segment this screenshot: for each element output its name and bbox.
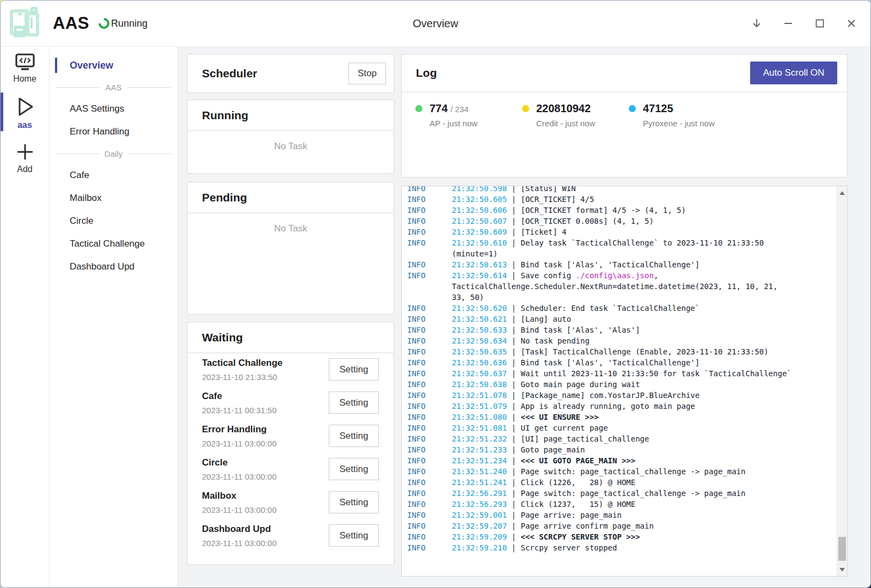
log-entry: INFO21:32:59.209 | <<< SCRCPY SERVER STO… <box>407 531 836 542</box>
active-indicator-bar <box>55 58 57 73</box>
running-card: Running No Task <box>187 100 394 174</box>
sidebar-divider-daily: Daily <box>50 143 177 164</box>
waiting-task: Error Handling2023-11-11 03:00:00Setting <box>188 420 394 453</box>
auto-scroll-button[interactable]: Auto Scroll ON <box>750 62 837 84</box>
stat-dot-icon <box>522 105 529 112</box>
sidebar-item-circle[interactable]: Circle <box>50 210 177 232</box>
waiting-card: Waiting Tactical Challenge2023-11-10 21:… <box>187 322 394 565</box>
log-entry: INFO21:32:51.079 | App is already runnin… <box>407 401 836 412</box>
rail-item-aas[interactable]: aas <box>1 93 49 133</box>
log-entry: INFO21:32:50.633 | Bind task ['Alas', 'A… <box>407 324 836 335</box>
setting-button[interactable]: Setting <box>329 391 379 414</box>
app-name: AAS <box>53 14 89 33</box>
log-output[interactable]: INFO21:32:50.598 | [Status] WININFO21:32… <box>401 186 848 577</box>
log-card: Log Auto Scroll ON 774/ 234AP - just now… <box>401 54 848 177</box>
stat-total: / 234 <box>450 105 468 114</box>
minimize-icon[interactable] <box>782 17 794 29</box>
log-entry: INFO21:32:50.607 | [OCR_TICKET 0.008s] (… <box>407 216 836 226</box>
waiting-task: Dashboard Upd2023-11-11 03:00:00Setting <box>188 519 394 553</box>
stat-value: 774 <box>430 102 447 115</box>
pending-card: Pending No Task <box>187 182 394 315</box>
log-entry: INFO21:32:50.610 | Delay task `TacticalC… <box>407 237 836 259</box>
stop-button[interactable]: Stop <box>348 63 386 84</box>
resource-stat: 47125Pyroxene - just now <box>629 102 735 128</box>
sidebar-item-dashboard-upd[interactable]: Dashboard Upd <box>50 255 177 278</box>
running-title: Running <box>202 109 248 122</box>
stat-value: 47125 <box>643 102 673 115</box>
scheduler-card: Scheduler Stop <box>187 54 394 93</box>
rail-label-aas: aas <box>17 120 32 130</box>
close-icon[interactable] <box>845 17 857 29</box>
nav-rail: Home aas Add <box>1 46 50 587</box>
rail-label-home: Home <box>13 74 36 84</box>
log-entry: INFO21:32:51.234 | <<< UI GOTO PAGE_MAIN… <box>407 455 836 466</box>
log-entry: INFO21:32:50.620 | Scheduler: End task `… <box>407 303 836 314</box>
waiting-task: Cafe2023-11-11 00:31:50Setting <box>188 387 394 420</box>
brand: AAS Running <box>7 5 148 41</box>
log-scroll-area: INFO21:32:50.598 | [Status] WININFO21:32… <box>407 186 836 575</box>
sidebar-item-mailbox[interactable]: Mailbox <box>50 187 177 210</box>
pending-empty-label: No Task <box>188 223 394 234</box>
main-content: Scheduler Stop Running No Task Pending N… <box>178 46 870 587</box>
log-entry: INFO21:32:56.291 | Page switch: page_tac… <box>407 488 836 499</box>
running-empty-label: No Task <box>188 141 394 152</box>
stat-label: AP - just now <box>430 119 477 128</box>
log-card-head: Log Auto Scroll ON <box>402 54 847 93</box>
run-status: Running <box>111 18 148 29</box>
running-spinner-icon <box>96 16 112 31</box>
log-entry: INFO21:32:50.598 | [Status] WIN <box>407 186 836 194</box>
sidebar-item-tactical-challenge[interactable]: Tactical Challenge <box>50 232 177 255</box>
log-entry: INFO21:32:50.637 | Wait until 2023-11-10… <box>407 368 836 379</box>
app-logo-icon <box>7 7 43 40</box>
scrollbar-down-arrow-icon[interactable] <box>837 565 847 574</box>
sidebar-item-aas-settings[interactable]: AAS Settings <box>50 97 177 120</box>
log-entry: INFO21:32:51.241 | Click (1226, 28) @ HO… <box>407 477 836 488</box>
sidebar-divider-aas: AAS <box>50 77 177 97</box>
log-entry: INFO21:32:50.609 | [Ticket] 4 <box>407 226 836 237</box>
setting-button[interactable]: Setting <box>329 358 379 381</box>
log-entry: INFO21:32:51.233 | Goto page_main <box>407 444 836 455</box>
stat-value: 220810942 <box>536 102 591 115</box>
pending-title: Pending <box>202 191 247 204</box>
sidebar-item-error-handling[interactable]: Error Handling <box>50 120 177 143</box>
scrollbar-thumb[interactable] <box>838 537 846 561</box>
log-entry: INFO21:32:59.207 | Page arrive confirm p… <box>407 520 836 531</box>
setting-button[interactable]: Setting <box>329 425 379 447</box>
log-entry: INFO21:32:50.638 | Goto main page during… <box>407 379 836 390</box>
app-window: AAS Running Overview <box>0 0 871 588</box>
download-icon[interactable] <box>751 17 763 29</box>
log-entry: INFO21:32:59.210 | Scrcpy server stopped <box>407 542 836 553</box>
resource-stat: 774/ 234AP - just now <box>415 102 522 128</box>
log-scrollbar <box>837 186 847 576</box>
waiting-task: Circle2023-11-11 03:00:00Setting <box>188 453 394 486</box>
code-monitor-icon <box>14 53 36 72</box>
sidebar-item-overview[interactable]: Overview <box>50 54 177 77</box>
rail-active-indicator <box>1 93 3 131</box>
setting-button[interactable]: Setting <box>329 491 379 513</box>
log-entry: INFO21:32:51.081 | UI get current page <box>407 422 836 433</box>
log-entry: INFO21:32:50.621 | [Lang] auto <box>407 314 836 324</box>
play-icon <box>13 95 38 119</box>
setting-button[interactable]: Setting <box>329 524 379 547</box>
waiting-task-list: Tactical Challenge2023-11-10 21:33:50Set… <box>188 353 394 553</box>
log-entry: INFO21:32:59.001 | Page arrive: page_mai… <box>407 510 836 520</box>
log-entry: INFO21:32:50.636 | Bind task ['Alas', 'T… <box>407 357 836 368</box>
maximize-icon[interactable] <box>814 17 826 29</box>
log-lines: INFO21:32:50.598 | [Status] WININFO21:32… <box>407 186 836 553</box>
resource-stats: 774/ 234AP - just now220810942Credit - j… <box>402 102 847 128</box>
log-entry: INFO21:32:50.606 | [OCR_TICKET format] 4… <box>407 205 836 216</box>
rail-item-home[interactable]: Home <box>1 53 49 84</box>
log-entry: INFO21:32:51.080 | <<< UI ENSURE >>> <box>407 412 836 422</box>
sidebar-menu: OverviewAASAAS SettingsError HandlingDai… <box>50 46 178 587</box>
log-entry: INFO21:32:50.634 | No task pending <box>407 335 836 346</box>
rail-item-add[interactable]: Add <box>1 141 49 174</box>
log-entry: INFO21:32:50.614 | Save config ./config\… <box>407 270 836 303</box>
log-entry: INFO21:32:51.240 | Page switch: page_tac… <box>407 466 836 477</box>
waiting-title: Waiting <box>202 331 243 344</box>
running-card-head: Running <box>188 100 394 131</box>
scrollbar-up-arrow-icon[interactable] <box>837 188 847 197</box>
resource-stat: 220810942Credit - just now <box>522 102 629 128</box>
sidebar-item-cafe[interactable]: Cafe <box>50 164 177 187</box>
plus-icon <box>14 141 36 163</box>
setting-button[interactable]: Setting <box>329 458 379 480</box>
